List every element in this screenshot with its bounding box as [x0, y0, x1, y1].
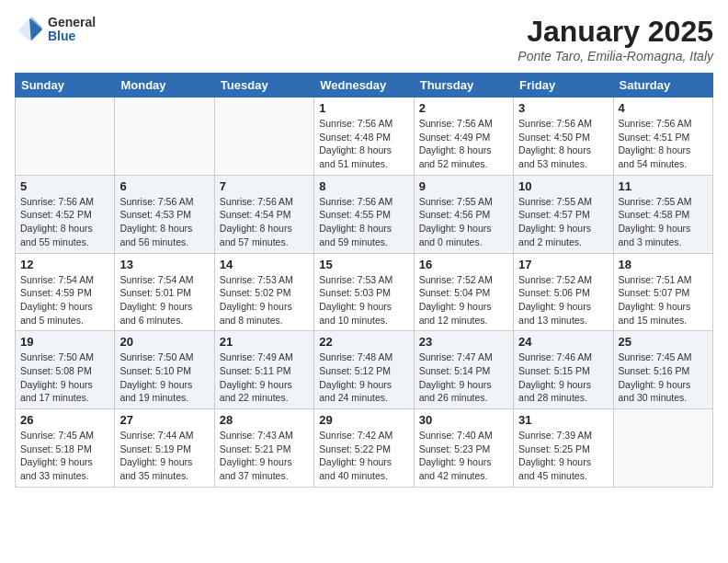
- day-info: Sunrise: 7:42 AM Sunset: 5:22 PM Dayligh…: [319, 429, 408, 483]
- day-number: 14: [220, 258, 309, 271]
- day-info: Sunrise: 7:49 AM Sunset: 5:11 PM Dayligh…: [220, 350, 309, 405]
- calendar-cell: 24Sunrise: 7:46 AM Sunset: 5:15 PM Dayli…: [514, 331, 613, 409]
- calendar-cell: 16Sunrise: 7:52 AM Sunset: 5:04 PM Dayli…: [414, 253, 513, 331]
- week-row-1: 1Sunrise: 7:56 AM Sunset: 4:48 PM Daylig…: [16, 98, 713, 176]
- day-number: 18: [619, 258, 708, 271]
- calendar-cell: 7Sunrise: 7:56 AM Sunset: 4:54 PM Daylig…: [214, 175, 313, 253]
- calendar-cell: 19Sunrise: 7:50 AM Sunset: 5:08 PM Dayli…: [16, 331, 115, 409]
- calendar-cell: [613, 409, 712, 488]
- day-number: 20: [119, 335, 209, 349]
- logo-blue-text: Blue: [48, 29, 96, 43]
- day-info: Sunrise: 7:55 AM Sunset: 4:57 PM Dayligh…: [518, 195, 608, 249]
- day-number: 15: [319, 258, 408, 271]
- calendar-cell: 1Sunrise: 7:56 AM Sunset: 4:48 PM Daylig…: [314, 98, 414, 176]
- day-info: Sunrise: 7:54 AM Sunset: 4:59 PM Dayligh…: [20, 273, 109, 327]
- calendar-cell: [115, 98, 214, 176]
- logo-icon: [15, 15, 44, 44]
- calendar-cell: 6Sunrise: 7:56 AM Sunset: 4:53 PM Daylig…: [115, 175, 214, 253]
- day-info: Sunrise: 7:53 AM Sunset: 5:02 PM Dayligh…: [220, 273, 309, 327]
- day-number: 21: [220, 335, 309, 349]
- day-info: Sunrise: 7:56 AM Sunset: 4:54 PM Dayligh…: [220, 195, 309, 249]
- calendar-cell: 12Sunrise: 7:54 AM Sunset: 4:59 PM Dayli…: [16, 253, 115, 331]
- day-number: 5: [20, 179, 109, 193]
- day-info: Sunrise: 7:46 AM Sunset: 5:15 PM Dayligh…: [518, 350, 608, 405]
- week-row-2: 5Sunrise: 7:56 AM Sunset: 4:52 PM Daylig…: [16, 175, 713, 253]
- day-info: Sunrise: 7:40 AM Sunset: 5:23 PM Dayligh…: [419, 429, 508, 483]
- weekday-header-friday: Friday: [514, 74, 613, 98]
- day-number: 19: [20, 335, 109, 349]
- day-number: 4: [619, 101, 708, 115]
- title-block: January 2025 Ponte Taro, Emilia-Romagna,…: [518, 15, 713, 63]
- day-info: Sunrise: 7:53 AM Sunset: 5:03 PM Dayligh…: [319, 273, 408, 327]
- day-info: Sunrise: 7:47 AM Sunset: 5:14 PM Dayligh…: [419, 350, 508, 405]
- week-row-3: 12Sunrise: 7:54 AM Sunset: 4:59 PM Dayli…: [16, 253, 713, 331]
- calendar-cell: 11Sunrise: 7:55 AM Sunset: 4:58 PM Dayli…: [613, 175, 712, 253]
- day-info: Sunrise: 7:56 AM Sunset: 4:51 PM Dayligh…: [619, 117, 708, 171]
- calendar-cell: 30Sunrise: 7:40 AM Sunset: 5:23 PM Dayli…: [414, 409, 513, 488]
- calendar-table: SundayMondayTuesdayWednesdayThursdayFrid…: [15, 73, 713, 488]
- day-number: 28: [220, 413, 309, 427]
- calendar-cell: [214, 98, 313, 176]
- day-number: 11: [619, 179, 708, 193]
- day-number: 3: [518, 101, 608, 115]
- day-info: Sunrise: 7:56 AM Sunset: 4:50 PM Dayligh…: [518, 117, 608, 171]
- weekday-header-wednesday: Wednesday: [314, 74, 414, 98]
- calendar-cell: 21Sunrise: 7:49 AM Sunset: 5:11 PM Dayli…: [214, 331, 313, 409]
- day-info: Sunrise: 7:56 AM Sunset: 4:48 PM Dayligh…: [319, 117, 408, 171]
- day-number: 8: [319, 179, 408, 193]
- day-number: 9: [419, 179, 508, 193]
- calendar-cell: 26Sunrise: 7:45 AM Sunset: 5:18 PM Dayli…: [16, 409, 115, 488]
- weekday-header-saturday: Saturday: [613, 74, 712, 98]
- day-number: 13: [119, 258, 209, 271]
- calendar-cell: 4Sunrise: 7:56 AM Sunset: 4:51 PM Daylig…: [613, 98, 712, 176]
- calendar-cell: 23Sunrise: 7:47 AM Sunset: 5:14 PM Dayli…: [414, 331, 513, 409]
- day-number: 24: [518, 335, 608, 349]
- day-number: 29: [319, 413, 408, 427]
- day-info: Sunrise: 7:51 AM Sunset: 5:07 PM Dayligh…: [619, 273, 708, 327]
- day-number: 22: [319, 335, 408, 349]
- week-row-4: 19Sunrise: 7:50 AM Sunset: 5:08 PM Dayli…: [16, 331, 713, 409]
- day-number: 2: [419, 101, 508, 115]
- weekday-header-row: SundayMondayTuesdayWednesdayThursdayFrid…: [16, 74, 713, 98]
- day-info: Sunrise: 7:45 AM Sunset: 5:16 PM Dayligh…: [619, 350, 708, 405]
- day-info: Sunrise: 7:56 AM Sunset: 4:49 PM Dayligh…: [419, 117, 508, 171]
- day-number: 30: [419, 413, 508, 427]
- calendar-cell: 29Sunrise: 7:42 AM Sunset: 5:22 PM Dayli…: [314, 409, 414, 488]
- day-info: Sunrise: 7:43 AM Sunset: 5:21 PM Dayligh…: [220, 429, 309, 483]
- calendar-cell: 20Sunrise: 7:50 AM Sunset: 5:10 PM Dayli…: [115, 331, 214, 409]
- day-number: 26: [20, 413, 109, 427]
- logo-general-text: General: [48, 16, 96, 29]
- day-info: Sunrise: 7:54 AM Sunset: 5:01 PM Dayligh…: [119, 273, 209, 327]
- day-info: Sunrise: 7:44 AM Sunset: 5:19 PM Dayligh…: [119, 429, 209, 483]
- weekday-header-sunday: Sunday: [16, 74, 115, 98]
- day-info: Sunrise: 7:56 AM Sunset: 4:52 PM Dayligh…: [20, 195, 109, 249]
- day-info: Sunrise: 7:52 AM Sunset: 5:06 PM Dayligh…: [518, 273, 608, 327]
- calendar-cell: 14Sunrise: 7:53 AM Sunset: 5:02 PM Dayli…: [214, 253, 313, 331]
- day-info: Sunrise: 7:56 AM Sunset: 4:53 PM Dayligh…: [119, 195, 209, 249]
- day-number: 10: [518, 179, 608, 193]
- weekday-header-tuesday: Tuesday: [214, 74, 313, 98]
- month-title: January 2025: [518, 15, 713, 49]
- calendar-cell: 25Sunrise: 7:45 AM Sunset: 5:16 PM Dayli…: [613, 331, 712, 409]
- weekday-header-thursday: Thursday: [414, 74, 513, 98]
- day-number: 16: [419, 258, 508, 271]
- calendar-cell: 22Sunrise: 7:48 AM Sunset: 5:12 PM Dayli…: [314, 331, 414, 409]
- day-info: Sunrise: 7:52 AM Sunset: 5:04 PM Dayligh…: [419, 273, 508, 327]
- day-number: 27: [119, 413, 209, 427]
- day-info: Sunrise: 7:55 AM Sunset: 4:56 PM Dayligh…: [419, 195, 508, 249]
- logo-text: General Blue: [48, 16, 96, 44]
- calendar-cell: 15Sunrise: 7:53 AM Sunset: 5:03 PM Dayli…: [314, 253, 414, 331]
- day-info: Sunrise: 7:48 AM Sunset: 5:12 PM Dayligh…: [319, 350, 408, 405]
- calendar-cell: 27Sunrise: 7:44 AM Sunset: 5:19 PM Dayli…: [115, 409, 214, 488]
- day-info: Sunrise: 7:55 AM Sunset: 4:58 PM Dayligh…: [619, 195, 708, 249]
- day-info: Sunrise: 7:50 AM Sunset: 5:10 PM Dayligh…: [119, 350, 209, 405]
- day-number: 25: [619, 335, 708, 349]
- calendar-cell: 13Sunrise: 7:54 AM Sunset: 5:01 PM Dayli…: [115, 253, 214, 331]
- calendar-cell: 28Sunrise: 7:43 AM Sunset: 5:21 PM Dayli…: [214, 409, 313, 488]
- calendar-cell: [16, 98, 115, 176]
- calendar-cell: 3Sunrise: 7:56 AM Sunset: 4:50 PM Daylig…: [514, 98, 613, 176]
- calendar-cell: 31Sunrise: 7:39 AM Sunset: 5:25 PM Dayli…: [514, 409, 613, 488]
- calendar-cell: 5Sunrise: 7:56 AM Sunset: 4:52 PM Daylig…: [16, 175, 115, 253]
- week-row-5: 26Sunrise: 7:45 AM Sunset: 5:18 PM Dayli…: [16, 409, 713, 488]
- page-header: General Blue January 2025 Ponte Taro, Em…: [15, 15, 713, 63]
